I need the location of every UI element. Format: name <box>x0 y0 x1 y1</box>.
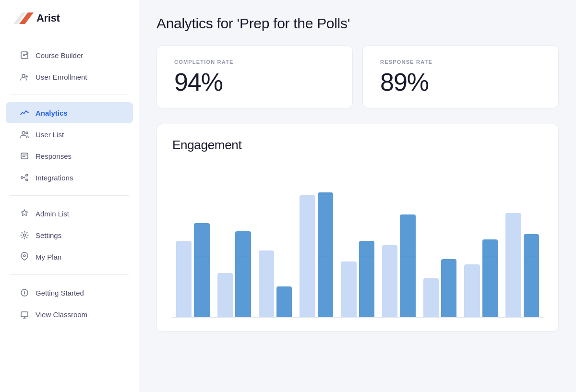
bar-dark <box>276 286 292 317</box>
chart-group <box>296 192 337 317</box>
sidebar-nav: Course Builder User Enrollment <box>0 36 139 392</box>
sidebar-item-responses[interactable]: Responses <box>6 145 133 166</box>
engagement-section: Engagement <box>156 124 559 332</box>
view-classroom-icon <box>19 309 30 320</box>
chart-group <box>460 239 502 317</box>
sidebar-item-getting-started[interactable]: Getting Started <box>6 282 133 303</box>
bar-light <box>259 250 274 317</box>
user-enrollment-icon <box>19 71 30 82</box>
bar-dark <box>194 223 209 317</box>
engagement-chart <box>172 164 543 318</box>
logo-area: Arist <box>0 0 139 36</box>
sidebar-item-settings[interactable]: Settings <box>6 225 133 246</box>
getting-started-icon <box>19 287 30 298</box>
svg-point-8 <box>26 174 28 176</box>
svg-point-4 <box>22 131 25 134</box>
sidebar-item-my-plan[interactable]: My Plan <box>6 246 133 267</box>
sidebar-item-label: Responses <box>36 152 72 160</box>
sidebar-item-label: User Enrollment <box>36 73 87 81</box>
sidebar-item-label: Getting Started <box>36 289 84 297</box>
bar-light <box>300 195 315 317</box>
bar-dark <box>441 259 456 317</box>
chart-group <box>214 231 255 317</box>
sidebar-item-label: Course Builder <box>36 51 83 59</box>
nav-section-4: Getting Started View Classroom <box>0 280 139 327</box>
sidebar-item-course-builder[interactable]: Course Builder <box>6 45 133 66</box>
bar-dark <box>524 234 539 317</box>
bar-light <box>423 278 439 317</box>
bar-light <box>341 261 356 317</box>
response-rate-value: 89% <box>380 70 541 95</box>
bar-dark <box>482 239 498 317</box>
completion-rate-label: COMPLETION RATE <box>174 59 335 65</box>
admin-list-icon <box>19 208 30 219</box>
chart-group <box>378 214 420 317</box>
bar-light <box>382 245 397 317</box>
svg-rect-6 <box>21 153 28 159</box>
sidebar-item-analytics[interactable]: Analytics <box>6 102 133 123</box>
completion-rate-value: 94% <box>174 70 335 95</box>
sidebar-item-view-classroom[interactable]: View Classroom <box>6 304 133 325</box>
main-content: Analytics for 'Prep for the Polls' COMPL… <box>139 0 576 392</box>
sidebar-item-admin-list[interactable]: Admin List <box>6 203 133 224</box>
engagement-title: Engagement <box>172 138 543 153</box>
chart-group <box>337 241 378 317</box>
completion-rate-card: COMPLETION RATE 94% <box>156 45 353 108</box>
sidebar-item-label: View Classroom <box>36 310 87 319</box>
chart-group <box>420 259 461 317</box>
sidebar-item-label: Analytics <box>36 109 68 117</box>
svg-point-11 <box>24 255 25 257</box>
svg-point-3 <box>22 74 25 77</box>
bar-light <box>505 213 521 317</box>
sidebar-item-user-list[interactable]: User List <box>6 124 133 145</box>
nav-section-3: Admin List Settings My P <box>0 201 139 270</box>
settings-icon <box>19 230 30 240</box>
svg-point-5 <box>26 132 28 134</box>
stats-row: COMPLETION RATE 94% RESPONSE RATE 89% <box>156 45 559 108</box>
responses-icon <box>19 151 30 161</box>
sidebar-item-label: Integrations <box>36 174 73 182</box>
bar-dark <box>400 214 415 317</box>
sidebar-item-label: Settings <box>36 231 61 239</box>
bar-dark <box>318 192 333 317</box>
sidebar-item-user-enrollment[interactable]: User Enrollment <box>6 66 133 87</box>
svg-point-10 <box>24 234 26 237</box>
nav-divider-1 <box>10 95 129 95</box>
analytics-icon <box>19 107 30 118</box>
chart-group <box>172 223 214 317</box>
response-rate-label: RESPONSE RATE <box>380 59 541 65</box>
sidebar-item-label: My Plan <box>36 253 61 261</box>
user-list-icon <box>19 129 30 140</box>
nav-section-1: Course Builder User Enrollment <box>0 42 139 90</box>
arist-logo-icon <box>13 11 34 26</box>
bar-light <box>464 264 480 317</box>
svg-point-9 <box>26 179 28 181</box>
nav-divider-2 <box>10 195 129 196</box>
page-title: Analytics for 'Prep for the Polls' <box>156 15 559 32</box>
integrations-icon <box>19 172 30 183</box>
bar-dark <box>235 231 251 317</box>
nav-divider-3 <box>10 274 129 275</box>
logo-text: Arist <box>36 12 60 24</box>
bar-light <box>217 273 233 317</box>
response-rate-card: RESPONSE RATE 89% <box>362 45 559 108</box>
chart-bars <box>172 164 543 318</box>
bar-dark <box>359 241 374 317</box>
sidebar-item-integrations[interactable]: Integrations <box>6 167 133 188</box>
my-plan-icon <box>19 251 30 262</box>
chart-group <box>502 213 543 317</box>
course-builder-icon <box>19 50 30 60</box>
chart-group <box>255 250 296 317</box>
sidebar: Arist Course Builder <box>0 0 139 392</box>
nav-section-2: Analytics User List <box>0 100 139 190</box>
sidebar-item-label: Admin List <box>36 210 69 218</box>
sidebar-item-label: User List <box>36 131 64 139</box>
svg-rect-13 <box>21 312 28 317</box>
bar-light <box>176 241 192 317</box>
